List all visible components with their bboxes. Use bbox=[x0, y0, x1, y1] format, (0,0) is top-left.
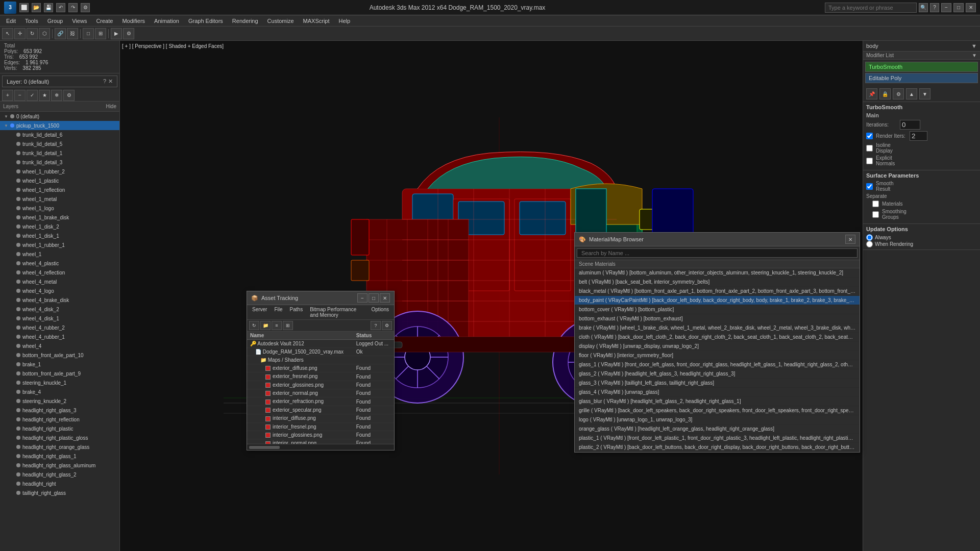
layer-col-hide[interactable]: Hide bbox=[106, 104, 116, 109]
at-row[interactable]: exterior_diffuse.pngFound bbox=[247, 364, 394, 372]
at-tool-refresh[interactable]: ↻ bbox=[249, 321, 259, 330]
mb-item-9[interactable]: floor ( VRayMtl ) [interior_symmetry_flo… bbox=[575, 351, 860, 360]
tb-settings[interactable]: ⚙ bbox=[81, 3, 90, 12]
win-close-btn[interactable]: ✕ bbox=[966, 3, 976, 12]
rp-icon-pin[interactable]: 📌 bbox=[866, 88, 877, 99]
layer-item-wheel_4_reflection[interactable]: wheel_4_reflection bbox=[0, 268, 119, 277]
layer-item-wheel_1_metal[interactable]: wheel_1_metal bbox=[0, 194, 119, 204]
rp-explicit-check[interactable] bbox=[866, 158, 873, 164]
mb-item-11[interactable]: glass_2 ( VRayMtl ) [headlight_left_glas… bbox=[575, 369, 860, 379]
layer-delete-btn[interactable]: − bbox=[14, 90, 26, 101]
layer-help-icon[interactable]: ? bbox=[103, 78, 106, 85]
rp-smoothing-check[interactable] bbox=[872, 211, 879, 218]
at-menu-paths[interactable]: Paths bbox=[287, 306, 306, 318]
layer-item-headlight_right_reflection[interactable]: headlight_right_reflection bbox=[0, 415, 119, 424]
mb-item-18[interactable]: plastic_1 ( VRayMtl ) [front_door_left_p… bbox=[575, 434, 860, 443]
tool-link[interactable]: 🔗 bbox=[55, 28, 66, 39]
layer-item-pickup_truck[interactable]: ▼pickup_truck_1500 bbox=[0, 121, 119, 130]
tb-new[interactable]: ⬜ bbox=[19, 3, 29, 12]
modifier-turbosmooth[interactable]: TurboSmooth bbox=[865, 62, 978, 72]
layer-item-wheel_4[interactable]: wheel_4 bbox=[0, 341, 119, 350]
rp-iterations-input[interactable] bbox=[900, 120, 920, 130]
layer-close-icon[interactable]: ✕ bbox=[108, 78, 113, 85]
layer-item-wheel_4_rubber_2[interactable]: wheel_4_rubber_2 bbox=[0, 323, 119, 332]
menu-create[interactable]: Create bbox=[92, 15, 117, 27]
rp-smooth-check[interactable] bbox=[866, 183, 873, 190]
mb-item-8[interactable]: display ( VRayMtl ) [unwrap_display, unw… bbox=[575, 342, 860, 351]
layer-item-headlight_right_glass_1[interactable]: headlight_right_glass_1 bbox=[0, 452, 119, 461]
rp-materials-check[interactable] bbox=[872, 201, 879, 207]
tool-shaded[interactable]: □ bbox=[83, 28, 94, 39]
search-input[interactable] bbox=[825, 3, 917, 13]
layer-item-bottom_front_axle_10[interactable]: bottom_front_axle_part_10 bbox=[0, 350, 119, 360]
search-btn[interactable]: 🔍 bbox=[919, 3, 928, 12]
at-tool-settings[interactable]: ⚙ bbox=[382, 321, 392, 330]
tool-render[interactable]: ▶ bbox=[111, 28, 122, 39]
mb-item-15[interactable]: grille ( VRayMtl ) [back_door_left_speak… bbox=[575, 406, 860, 415]
menu-maxscript[interactable]: MAXScript bbox=[299, 15, 334, 27]
at-row[interactable]: interior_fresnel.pngFound bbox=[247, 422, 394, 431]
mb-item-12[interactable]: glass_3 ( VRayMtl ) [taillight_left_glas… bbox=[575, 379, 860, 388]
tb-open[interactable]: 📂 bbox=[32, 3, 41, 12]
mb-search-input[interactable] bbox=[577, 248, 857, 258]
at-tool-list[interactable]: ≡ bbox=[272, 321, 282, 330]
layer-item-brake_1[interactable]: brake_1 bbox=[0, 360, 119, 369]
layer-item-trunk_lid5[interactable]: trunk_lid_detail_5 bbox=[0, 139, 119, 148]
at-row[interactable]: 📁 Maps / Shaders bbox=[247, 356, 394, 364]
layer-item-wheel_4_brake_disk[interactable]: wheel_4_brake_disk bbox=[0, 295, 119, 305]
win-minimize-btn[interactable]: − bbox=[941, 3, 951, 12]
rp-icon-down[interactable]: ▼ bbox=[919, 88, 930, 99]
layer-item-trunk_lid1[interactable]: trunk_lid_detail_1 bbox=[0, 148, 119, 158]
layer-item-wheel_1_rubber_2[interactable]: wheel_1_rubber_2 bbox=[0, 167, 119, 176]
mb-item-19[interactable]: plastic_2 ( VRayMtl ) [back_door_left_bu… bbox=[575, 443, 860, 452]
at-row[interactable]: exterior_fresnel.pngFound bbox=[247, 372, 394, 381]
at-menu-file[interactable]: File bbox=[271, 306, 285, 318]
tool-move[interactable]: ✛ bbox=[14, 28, 26, 39]
tool-wireframe[interactable]: ⊞ bbox=[95, 28, 106, 39]
layer-item-wheel_1_logo[interactable]: wheel_1_logo bbox=[0, 204, 119, 213]
tool-unlink[interactable]: ⛓ bbox=[67, 28, 78, 39]
at-row[interactable]: exterior_specular.pngFound bbox=[247, 406, 394, 414]
layer-item-wheel_4_plastic[interactable]: wheel_4_plastic bbox=[0, 259, 119, 268]
help-btn[interactable]: ? bbox=[930, 3, 939, 12]
layer-item-taillight_right_glass[interactable]: taillight_right_glass bbox=[0, 488, 119, 497]
layer-freeze-btn[interactable]: ❄ bbox=[51, 90, 62, 101]
at-restore-btn[interactable]: □ bbox=[369, 293, 379, 303]
layer-item-headlight_right_orange_glass[interactable]: headlight_right_orange_glass bbox=[0, 442, 119, 452]
layer-select-btn[interactable]: ✓ bbox=[27, 90, 38, 101]
layer-item-wheel_1_rubber_1[interactable]: wheel_1_rubber_1 bbox=[0, 240, 119, 249]
layer-highlight-btn[interactable]: ★ bbox=[39, 90, 50, 101]
layer-list[interactable]: ▼0 (default)▼pickup_truck_1500trunk_lid_… bbox=[0, 112, 119, 551]
layer-item-headlight_right_glass3[interactable]: headlight_right_glass_3 bbox=[0, 406, 119, 415]
tool-render-settings[interactable]: ⚙ bbox=[123, 28, 134, 39]
mb-item-5[interactable]: bottom_exhaust ( VRayMtl ) [bottom_exhau… bbox=[575, 314, 860, 323]
tb-save[interactable]: 💾 bbox=[44, 3, 53, 12]
rp-icon-settings[interactable]: ⚙ bbox=[893, 88, 904, 99]
layer-item-wheel_4_rubber_1[interactable]: wheel_4_rubber_1 bbox=[0, 332, 119, 341]
layer-item-wheel_1_plastic[interactable]: wheel_1_plastic bbox=[0, 176, 119, 185]
layer-item-brake_4[interactable]: brake_4 bbox=[0, 387, 119, 396]
at-tool-resolve[interactable]: 📁 bbox=[260, 321, 271, 330]
at-menu-options[interactable]: Options bbox=[369, 306, 392, 318]
menu-customize[interactable]: Customize bbox=[263, 15, 298, 27]
at-row[interactable]: exterior_refraction.pngFound bbox=[247, 397, 394, 406]
mb-item-17[interactable]: orange_glass ( VRayMtl ) [headlight_left… bbox=[575, 424, 860, 434]
mb-item-4[interactable]: bottom_cover ( VRayMtl ) [bottom_plastic… bbox=[575, 305, 860, 314]
layer-item-wheel_1_brake_disk[interactable]: wheel_1_brake_disk bbox=[0, 213, 119, 222]
layer-item-layer0[interactable]: ▼0 (default) bbox=[0, 112, 119, 121]
layer-item-wheel_1_disk_2[interactable]: wheel_1_disk_2 bbox=[0, 222, 119, 231]
layer-item-bottom_front_axle_9[interactable]: bottom_front_axle_part_9 bbox=[0, 369, 119, 378]
layer-options-btn[interactable]: ⚙ bbox=[63, 90, 75, 101]
menu-edit[interactable]: Edit bbox=[2, 15, 20, 27]
layer-item-trunk_lid6[interactable]: trunk_lid_detail_6 bbox=[0, 130, 119, 139]
mb-item-0[interactable]: aluminum ( VRayMtl ) [bottom_aluminum, o… bbox=[575, 268, 860, 278]
at-close-btn[interactable]: ✕ bbox=[380, 293, 390, 303]
layer-item-wheel_1_disk_1[interactable]: wheel_1_disk_1 bbox=[0, 231, 119, 240]
layer-item-headlight_right_glass_aluminum[interactable]: headlight_right_glass_aluminum bbox=[0, 461, 119, 470]
layer-item-steering_knuckle_1[interactable]: steering_knuckle_1 bbox=[0, 378, 119, 387]
layer-item-headlight_right_plastic_gloss[interactable]: headlight_right_plastic_gloss bbox=[0, 433, 119, 442]
menu-graph-editors[interactable]: Graph Editors bbox=[184, 15, 227, 27]
layer-item-wheel_1[interactable]: wheel_1 bbox=[0, 249, 119, 259]
tb-redo[interactable]: ↷ bbox=[68, 3, 78, 12]
menu-modifiers[interactable]: Modifiers bbox=[118, 15, 149, 27]
